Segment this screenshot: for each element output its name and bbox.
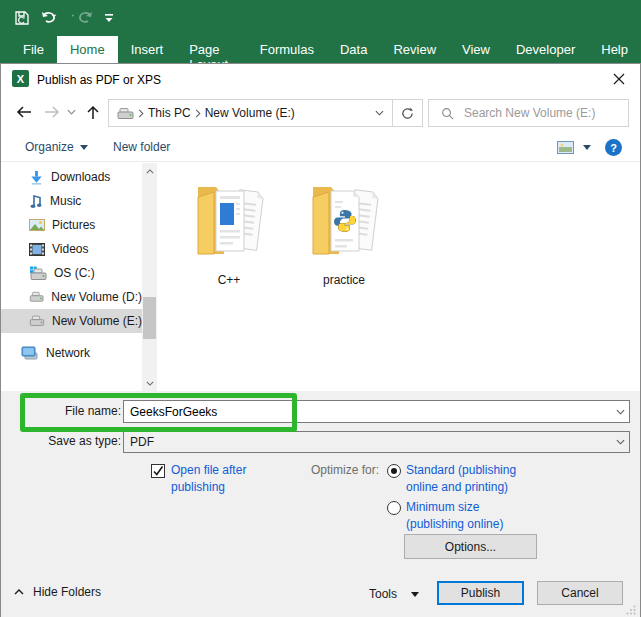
search-box[interactable] bbox=[428, 99, 629, 127]
view-thumbnail-icon bbox=[557, 141, 574, 154]
change-view-button[interactable] bbox=[557, 141, 574, 154]
tab-data[interactable]: Data bbox=[327, 36, 380, 63]
chevron-up-icon bbox=[14, 589, 24, 595]
standard-radio[interactable] bbox=[387, 464, 401, 478]
save-as-type-dropdown-chevron-icon[interactable] bbox=[611, 439, 629, 445]
organize-button[interactable]: Organize bbox=[25, 140, 88, 154]
up-icon[interactable] bbox=[85, 104, 101, 121]
network-icon bbox=[21, 346, 39, 360]
downloads-icon bbox=[29, 170, 44, 185]
tab-home[interactable]: Home bbox=[57, 36, 118, 63]
breadcrumb-chevron-icon bbox=[138, 109, 144, 118]
new-folder-label: New folder bbox=[113, 140, 170, 154]
refresh-icon[interactable] bbox=[392, 100, 422, 126]
optimize-for-label: Optimize for: bbox=[311, 463, 379, 477]
tab-review[interactable]: Review bbox=[380, 36, 449, 63]
search-icon bbox=[441, 107, 454, 120]
scroll-down-icon[interactable] bbox=[142, 375, 157, 391]
excel-publish-dialog-screen: File Home Insert Page Layout Formulas Da… bbox=[0, 0, 641, 617]
folder-name: C++ bbox=[181, 273, 277, 287]
drive-icon bbox=[29, 290, 44, 304]
file-name-combobox[interactable] bbox=[123, 400, 630, 423]
tab-view[interactable]: View bbox=[449, 36, 503, 63]
navigation-bar: This PC New Volume (E:) bbox=[1, 98, 640, 130]
folder-cpp-icon bbox=[190, 177, 268, 269]
breadcrumb-new-volume-e[interactable]: New Volume (E:) bbox=[205, 106, 295, 120]
tools-button[interactable]: Tools bbox=[369, 587, 419, 601]
resize-grip[interactable] bbox=[626, 605, 636, 615]
ribbon-tabs: File Home Insert Page Layout Formulas Da… bbox=[10, 36, 641, 63]
view-dropdown-chevron-icon[interactable] bbox=[583, 145, 591, 150]
back-icon[interactable] bbox=[15, 104, 33, 120]
sidebar-item-label: Network bbox=[46, 346, 90, 360]
excel-app-icon: X bbox=[12, 70, 29, 87]
forward-icon[interactable] bbox=[43, 104, 61, 120]
minimum-size-radio-label: Minimum size (publishing online) bbox=[406, 499, 530, 533]
standard-radio-label: Standard (publishing online and printing… bbox=[406, 462, 530, 496]
sidebar-scrollbar[interactable] bbox=[142, 163, 157, 391]
sidebar-item-videos[interactable]: Videos bbox=[1, 237, 142, 261]
sidebar-item-downloads[interactable]: Downloads bbox=[1, 165, 142, 189]
options-button[interactable]: Options... bbox=[404, 534, 537, 559]
publish-button[interactable]: Publish bbox=[437, 581, 524, 605]
organize-label: Organize bbox=[25, 140, 74, 154]
sidebar-item-new-volume-e[interactable]: New Volume (E:) bbox=[1, 309, 142, 333]
scrollbar-thumb[interactable] bbox=[143, 297, 156, 339]
sidebar-item-label: OS (C:) bbox=[54, 266, 95, 280]
pictures-icon bbox=[29, 219, 45, 231]
cancel-button[interactable]: Cancel bbox=[537, 581, 623, 605]
undo-icon[interactable] bbox=[40, 11, 62, 25]
breadcrumb-this-pc[interactable]: This PC bbox=[148, 106, 191, 120]
folder-cpp[interactable]: C++ bbox=[181, 177, 277, 287]
tab-page-layout[interactable]: Page Layout bbox=[176, 36, 247, 63]
sidebar-item-network[interactable]: Network bbox=[1, 341, 142, 365]
tab-help[interactable]: Help bbox=[588, 36, 641, 63]
tools-dropdown-chevron-icon bbox=[411, 592, 419, 597]
sidebar-item-pictures[interactable]: Pictures bbox=[1, 213, 142, 237]
sidebar-item-label: Videos bbox=[52, 242, 88, 256]
tab-formulas[interactable]: Formulas bbox=[247, 36, 327, 63]
excel-ribbon: File Home Insert Page Layout Formulas Da… bbox=[0, 0, 641, 63]
drive-icon bbox=[29, 314, 45, 328]
organize-chevron-icon bbox=[80, 145, 88, 150]
folder-practice[interactable]: practice bbox=[296, 177, 392, 287]
tab-developer[interactable]: Developer bbox=[503, 36, 588, 63]
customize-quick-access-icon[interactable] bbox=[104, 13, 114, 23]
dialog-footer: File name: Save as type: PDF Open file a… bbox=[1, 391, 640, 617]
sidebar-item-label: Downloads bbox=[51, 170, 110, 184]
file-name-input[interactable] bbox=[124, 405, 611, 419]
help-icon: ? bbox=[605, 139, 622, 156]
search-input[interactable] bbox=[464, 106, 614, 120]
quick-access-toolbar bbox=[14, 6, 114, 30]
save-as-type-value: PDF bbox=[124, 435, 611, 449]
sidebar-item-new-volume-d[interactable]: New Volume (D:) bbox=[1, 285, 142, 309]
open-file-after-publishing-label: Open file after publishing bbox=[171, 462, 276, 496]
sidebar-item-label: New Volume (E:) bbox=[52, 314, 142, 328]
redo-icon[interactable] bbox=[72, 11, 94, 25]
recent-locations-chevron-icon[interactable] bbox=[67, 109, 76, 115]
save-icon[interactable] bbox=[14, 10, 30, 26]
dialog-title: Publish as PDF or XPS bbox=[37, 73, 161, 87]
tools-label: Tools bbox=[369, 587, 397, 601]
new-folder-button[interactable]: New folder bbox=[113, 140, 170, 154]
help-button[interactable]: ? bbox=[605, 139, 622, 156]
breadcrumb: This PC New Volume (E:) bbox=[109, 106, 367, 120]
minimum-size-radio[interactable] bbox=[387, 501, 401, 515]
sidebar-item-os-c[interactable]: OS (C:) bbox=[1, 261, 142, 285]
drive-icon bbox=[117, 107, 134, 120]
file-name-dropdown-chevron-icon[interactable] bbox=[611, 409, 629, 415]
publish-as-pdf-dialog: X Publish as PDF or XPS bbox=[0, 63, 641, 617]
address-bar[interactable]: This PC New Volume (E:) bbox=[108, 99, 423, 127]
sidebar-item-music[interactable]: Music bbox=[1, 189, 142, 213]
videos-icon bbox=[29, 243, 45, 256]
open-file-after-publishing-checkbox[interactable] bbox=[151, 464, 165, 478]
tab-file[interactable]: File bbox=[10, 36, 57, 63]
tab-insert[interactable]: Insert bbox=[118, 36, 177, 63]
hide-folders-label: Hide Folders bbox=[33, 585, 101, 599]
close-icon[interactable] bbox=[611, 71, 627, 87]
folder-name: practice bbox=[296, 273, 392, 287]
save-as-type-combobox[interactable]: PDF bbox=[123, 431, 630, 453]
address-dropdown-chevron-icon[interactable] bbox=[367, 110, 392, 116]
scroll-up-icon[interactable] bbox=[142, 163, 157, 179]
hide-folders-button[interactable]: Hide Folders bbox=[14, 585, 101, 599]
